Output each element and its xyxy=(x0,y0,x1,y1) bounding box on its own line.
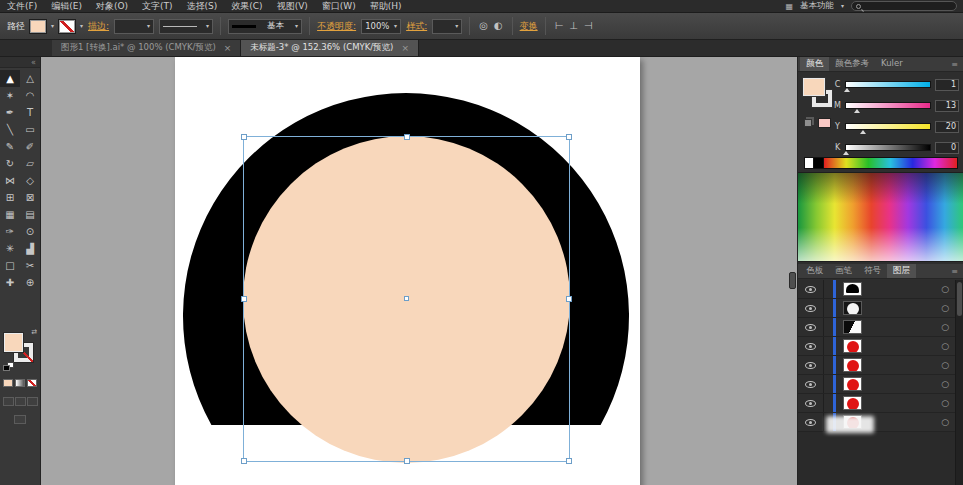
out-of-web-color-cube-icon[interactable] xyxy=(804,119,812,127)
layer-thumbnail[interactable] xyxy=(843,339,862,353)
color-button[interactable] xyxy=(3,379,13,387)
center-point-marker[interactable] xyxy=(404,296,409,301)
panel-menu-icon[interactable]: ≡ xyxy=(951,60,963,69)
panel-tab-画笔[interactable]: 画笔 xyxy=(829,264,858,278)
doc-tab-close-icon[interactable]: × xyxy=(401,43,409,53)
doc-tab[interactable]: 图形1 [转换].ai* @ 100% (CMYK/预览)× xyxy=(52,40,241,56)
workspace-switcher[interactable]: 基本功能 xyxy=(800,0,834,12)
visibility-eye-icon[interactable] xyxy=(805,381,816,388)
resize-handle[interactable] xyxy=(404,134,410,140)
target-circle-icon[interactable]: ○ xyxy=(941,379,949,389)
resize-handle[interactable] xyxy=(241,134,247,140)
rectangle-tool[interactable]: ▭ xyxy=(20,121,40,138)
search-input[interactable] xyxy=(865,2,947,10)
chevron-down-icon[interactable]: ▾ xyxy=(80,23,83,29)
toolbar-collapse-icon[interactable]: « xyxy=(0,57,40,68)
menu-item[interactable]: 视图(V) xyxy=(270,0,315,12)
align-left-icon[interactable]: ⊢ xyxy=(553,21,566,31)
channel-slider[interactable] xyxy=(845,102,931,109)
layer-row[interactable]: ○ xyxy=(798,375,955,394)
slider-thumb-icon[interactable] xyxy=(844,88,850,92)
menu-item[interactable]: 编辑(E) xyxy=(44,0,89,12)
brush-definition-dropdown[interactable]: 基本▾ xyxy=(228,19,302,34)
scale-tool[interactable]: ▱ xyxy=(20,155,40,172)
target-circle-icon[interactable]: ○ xyxy=(941,303,949,313)
stroke-link[interactable]: 描边: xyxy=(88,20,109,33)
draw-inside-button[interactable] xyxy=(27,397,38,406)
menu-item[interactable]: 选择(S) xyxy=(180,0,225,12)
channel-slider[interactable] xyxy=(845,81,931,88)
target-circle-icon[interactable]: ○ xyxy=(941,341,949,351)
slider-thumb-icon[interactable] xyxy=(843,151,849,155)
menu-item[interactable]: 窗口(W) xyxy=(315,0,363,12)
panel-tab-颜色[interactable]: 颜色 xyxy=(800,57,829,71)
hand-tool[interactable]: ✚ xyxy=(0,274,20,291)
layer-thumbnail[interactable] xyxy=(843,320,862,334)
target-circle-icon[interactable]: ○ xyxy=(941,360,949,370)
artboard-tool[interactable]: □ xyxy=(0,257,20,274)
channel-slider[interactable] xyxy=(845,144,931,151)
layer-thumbnail[interactable] xyxy=(843,396,862,410)
dock-resize-grip[interactable] xyxy=(789,272,796,289)
layer-thumbnail[interactable] xyxy=(843,358,862,372)
black-chip[interactable] xyxy=(814,157,824,169)
layer-row[interactable]: ○ xyxy=(798,394,955,413)
spectrum-bar[interactable] xyxy=(824,157,958,169)
chevron-down-icon[interactable]: ▾ xyxy=(51,23,54,29)
pencil-tool[interactable]: ✐ xyxy=(20,138,40,155)
panel-tab-颜色参考[interactable]: 颜色参考 xyxy=(829,57,875,71)
layer-row[interactable]: ○ xyxy=(798,337,955,356)
gradient-button[interactable] xyxy=(15,379,25,387)
gradient-tool[interactable]: ▤ xyxy=(20,206,40,223)
visibility-eye-icon[interactable] xyxy=(805,419,816,426)
transform-link[interactable]: 变换 xyxy=(520,20,538,33)
menu-item[interactable]: 效果(C) xyxy=(224,0,269,12)
layers-scrollbar[interactable] xyxy=(955,280,963,485)
visibility-eye-icon[interactable] xyxy=(805,343,816,350)
blend-tool[interactable]: ⊙ xyxy=(20,223,40,240)
visibility-eye-icon[interactable] xyxy=(805,286,816,293)
layer-row[interactable]: ○ xyxy=(798,318,955,337)
symbol-sprayer-tool[interactable]: ✳ xyxy=(0,240,20,257)
resize-handle[interactable] xyxy=(566,134,572,140)
mesh-tool[interactable]: ▦ xyxy=(0,206,20,223)
width-tool[interactable]: ⋈ xyxy=(0,172,20,189)
fill-proxy-swatch[interactable] xyxy=(4,333,23,352)
opacity-link[interactable]: 不透明度: xyxy=(317,20,356,33)
menu-item[interactable]: 帮助(H) xyxy=(363,0,409,12)
opacity-dropdown[interactable]: 100%▾ xyxy=(361,19,401,34)
closest-web-color-swatch[interactable] xyxy=(818,118,831,128)
recolor-artwork-icon[interactable]: ◎ xyxy=(477,21,490,31)
visibility-eye-icon[interactable] xyxy=(805,305,816,312)
direct-selection-tool[interactable]: △ xyxy=(20,70,40,87)
slider-thumb-icon[interactable] xyxy=(854,109,860,113)
slice-tool[interactable]: ✂ xyxy=(20,257,40,274)
chevron-down-icon[interactable]: ▾ xyxy=(841,3,844,9)
type-tool[interactable]: T xyxy=(20,104,40,121)
draw-behind-button[interactable] xyxy=(15,397,26,406)
line-segment-tool[interactable]: ╲ xyxy=(0,121,20,138)
align-center-icon[interactable]: ⊥ xyxy=(567,21,580,31)
canvas-area[interactable] xyxy=(41,57,797,485)
color-spectrum-picker[interactable] xyxy=(798,172,963,262)
style-dropdown[interactable]: ▾ xyxy=(432,19,462,34)
lasso-tool[interactable]: ◠ xyxy=(20,87,40,104)
screen-mode-button[interactable] xyxy=(14,415,26,424)
align-right-icon[interactable]: ⊣ xyxy=(582,21,595,31)
resize-handle[interactable] xyxy=(566,458,572,464)
layer-row[interactable]: ○ xyxy=(798,299,955,318)
channel-value-field[interactable]: 13 xyxy=(935,100,959,112)
search-box[interactable] xyxy=(851,1,957,11)
shape-builder-tool[interactable]: ⊞ xyxy=(0,189,20,206)
free-transform-tool[interactable]: ◇ xyxy=(20,172,40,189)
draw-normal-button[interactable] xyxy=(3,397,14,406)
layer-row[interactable]: ○ xyxy=(798,413,955,432)
doc-tab-close-icon[interactable]: × xyxy=(224,43,232,53)
stroke-profile-dropdown[interactable]: ▾ xyxy=(159,19,213,34)
layer-row[interactable]: ○ xyxy=(798,356,955,375)
channel-value-field[interactable]: 0 xyxy=(935,142,959,154)
visibility-eye-icon[interactable] xyxy=(805,324,816,331)
zoom-tool[interactable]: ⊕ xyxy=(20,274,40,291)
selection-tool[interactable]: ▲ xyxy=(0,70,20,87)
eyedropper-tool[interactable]: ✑ xyxy=(0,223,20,240)
